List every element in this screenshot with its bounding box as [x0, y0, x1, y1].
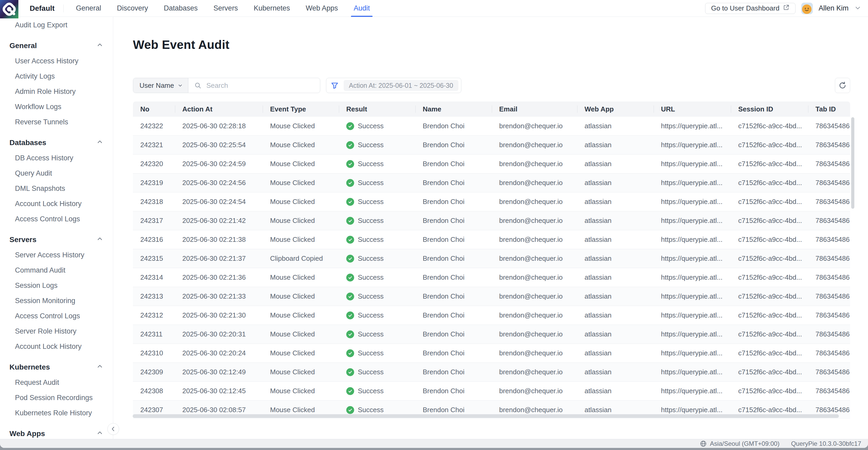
sidebar-item[interactable]: Reverse Tunnels — [0, 114, 113, 129]
cell-no: 242320 — [133, 155, 175, 173]
sidebar-section-header[interactable]: Databases — [0, 135, 113, 150]
table-row[interactable]: 242318 2025-06-30 02:24:54 Mouse Clicked… — [133, 192, 850, 211]
table-row[interactable]: 242317 2025-06-30 02:21:42 Mouse Clicked… — [133, 211, 850, 230]
cell-result: Success — [339, 155, 415, 173]
result-label: Success — [358, 330, 383, 338]
cell-url: https://querypie.atl... — [654, 382, 731, 400]
sidebar-section-header[interactable]: Kubernetes — [0, 360, 113, 375]
workspace-name[interactable]: Default — [30, 4, 55, 12]
sidebar-item[interactable]: Activity Logs — [0, 69, 113, 84]
sidebar-section-header[interactable]: General — [0, 38, 113, 53]
horizontal-scrollbar-thumb[interactable] — [133, 414, 839, 418]
cell-no: 242311 — [133, 325, 175, 343]
sidebar-item[interactable]: DML Snapshots — [0, 181, 113, 196]
col-header-tab-id[interactable]: Tab ID — [808, 101, 850, 117]
user-menu-chevron-down-icon[interactable] — [854, 4, 861, 12]
result-label: Success — [358, 292, 383, 300]
table-row[interactable]: 242311 2025-06-30 02:20:31 Mouse Clicked… — [133, 325, 850, 344]
user-name[interactable]: Allen Kim — [818, 4, 848, 12]
user-avatar[interactable] — [801, 3, 813, 14]
filter-funnel-icon[interactable] — [331, 81, 339, 90]
sidebar-item[interactable]: Query Audit — [0, 166, 113, 181]
col-header-action-at[interactable]: Action At — [175, 101, 263, 117]
table-row[interactable]: 242312 2025-06-30 02:21:30 Mouse Clicked… — [133, 306, 850, 325]
tab-discovery[interactable]: Discovery — [117, 0, 148, 17]
audit-sidebar: Audit Log Export General — [0, 17, 113, 439]
cell-web-app: atlassian — [577, 211, 654, 230]
sidebar-item[interactable]: Command Audit — [0, 263, 113, 278]
sidebar-item-audit-log-export[interactable]: Audit Log Export — [0, 17, 113, 33]
main-content: Web Event Audit User Name — [114, 17, 868, 439]
sidebar-item[interactable]: Server Access History — [0, 247, 113, 263]
sidebar-section-header[interactable]: Servers — [0, 232, 113, 247]
tab-general[interactable]: General — [76, 0, 101, 17]
sidebar-collapse-button[interactable] — [107, 423, 119, 435]
sidebar-item[interactable]: Access Control Logs — [0, 308, 113, 324]
topnav-right-cluster: Go to User Dashboard — [705, 3, 861, 14]
sidebar-item[interactable]: Server Role History — [0, 324, 113, 339]
cell-session-id: c7152f6c-a9cc-4bd... — [731, 211, 808, 230]
go-to-user-dashboard-button[interactable]: Go to User Dashboard — [705, 3, 796, 14]
cell-name: Brendon Choi — [415, 363, 492, 381]
table-row[interactable]: 242321 2025-06-30 02:25:54 Mouse Clicked… — [133, 136, 850, 155]
sidebar-item[interactable]: Access Control Logs — [0, 211, 113, 227]
sidebar-item[interactable]: Session Monitoring — [0, 293, 113, 308]
col-header-event-type[interactable]: Event Type — [263, 101, 339, 117]
cell-email: brendon@chequer.io — [492, 287, 577, 306]
tab-audit[interactable]: Audit — [353, 0, 370, 17]
cell-session-id: c7152f6c-a9cc-4bd... — [731, 325, 808, 343]
table-row[interactable]: 242319 2025-06-30 02:24:56 Mouse Clicked… — [133, 174, 850, 192]
success-check-icon — [346, 179, 354, 187]
cell-result: Success — [339, 382, 415, 400]
table-row[interactable]: 242320 2025-06-30 02:24:59 Mouse Clicked… — [133, 155, 850, 174]
table-row[interactable]: 242316 2025-06-30 02:21:38 Mouse Clicked… — [133, 230, 850, 249]
table-row[interactable]: 242308 2025-06-30 02:12:45 Mouse Clicked… — [133, 382, 850, 400]
sidebar-item[interactable]: DB Access History — [0, 150, 113, 166]
col-header-web-app[interactable]: Web App — [577, 101, 654, 117]
col-header-url[interactable]: URL — [654, 101, 731, 117]
tab-servers[interactable]: Servers — [214, 0, 238, 17]
col-header-no[interactable]: No — [133, 101, 175, 117]
sidebar-item[interactable]: Account Lock History — [0, 339, 113, 354]
cell-url: https://querypie.atl... — [654, 268, 731, 287]
audit-table: No Action At Event Type Result Name Emai… — [133, 101, 850, 419]
sidebar-item[interactable]: User Access History — [0, 53, 113, 69]
cell-no: 242312 — [133, 306, 175, 325]
sidebar-item[interactable]: Pod Session Recordings — [0, 390, 113, 405]
external-link-icon — [783, 4, 789, 12]
cell-name: Brendon Choi — [415, 117, 492, 136]
sidebar-item[interactable]: Workflow Logs — [0, 99, 113, 114]
cell-session-id: c7152f6c-a9cc-4bd... — [731, 249, 808, 268]
refresh-button[interactable] — [835, 78, 850, 93]
sidebar-item[interactable]: Kubernetes Role History — [0, 405, 113, 421]
cell-web-app: atlassian — [577, 382, 654, 400]
action-at-date-filter-chip[interactable]: Action At: 2025-06-01 ~ 2025-06-30 — [344, 80, 459, 91]
search-input[interactable] — [206, 81, 320, 90]
col-header-name[interactable]: Name — [415, 101, 492, 117]
table-row[interactable]: 242309 2025-06-30 02:12:49 Mouse Clicked… — [133, 363, 850, 382]
table-row[interactable]: 242313 2025-06-30 02:21:33 Mouse Clicked… — [133, 287, 850, 306]
sidebar-section-header[interactable]: Web Apps — [0, 426, 113, 439]
table-row[interactable]: 242322 2025-06-30 02:28:18 Mouse Clicked… — [133, 117, 850, 136]
tab-databases[interactable]: Databases — [164, 0, 198, 17]
vertical-scrollbar-thumb[interactable] — [851, 117, 854, 209]
sidebar-item[interactable]: Account Lock History — [0, 196, 113, 211]
table-row[interactable]: 242314 2025-06-30 02:21:36 Mouse Clicked… — [133, 268, 850, 287]
col-header-email[interactable]: Email — [492, 101, 577, 117]
cell-url: https://querypie.atl... — [654, 155, 731, 173]
cell-email: brendon@chequer.io — [492, 230, 577, 249]
search-field-select[interactable]: User Name — [133, 78, 188, 93]
table-row[interactable]: 242315 2025-06-30 02:21:37 Clipboard Cop… — [133, 249, 850, 268]
sidebar-item[interactable]: Request Audit — [0, 375, 113, 390]
chevron-up-icon — [97, 236, 103, 244]
querypie-logo-icon[interactable] — [0, 0, 19, 19]
table-row[interactable]: 242310 2025-06-30 02:20:24 Mouse Clicked… — [133, 344, 850, 363]
sidebar-item[interactable]: Admin Role History — [0, 84, 113, 99]
cell-event-type: Mouse Clicked — [263, 230, 339, 249]
tab-kubernetes[interactable]: Kubernetes — [254, 0, 290, 17]
sidebar-item[interactable]: Session Logs — [0, 278, 113, 293]
tab-web-apps[interactable]: Web Apps — [306, 0, 338, 17]
timezone-indicator[interactable]: Asia/Seoul (GMT+09:00) — [700, 440, 779, 447]
col-header-result[interactable]: Result — [339, 101, 415, 117]
col-header-session-id[interactable]: Session ID — [731, 101, 808, 117]
